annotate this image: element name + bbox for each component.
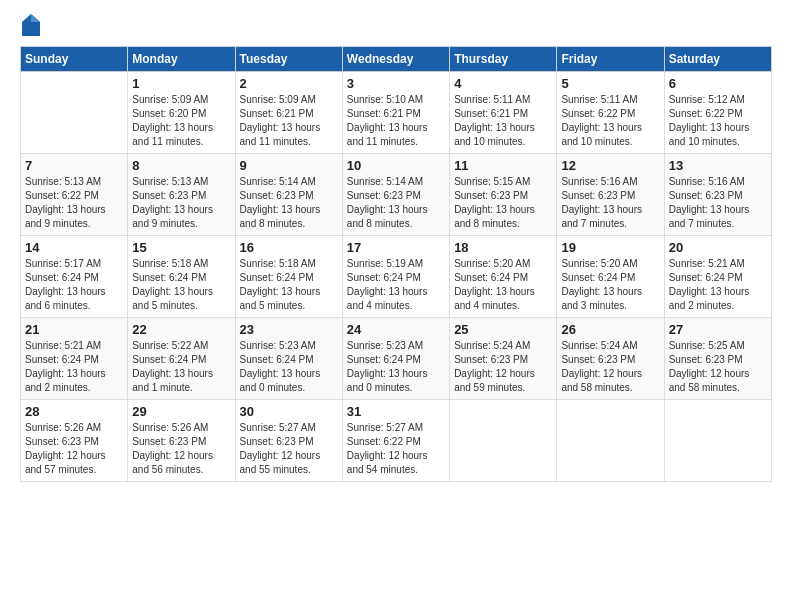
day-number: 16 [240,240,338,255]
day-cell: 28Sunrise: 5:26 AM Sunset: 6:23 PM Dayli… [21,400,128,482]
col-header-thursday: Thursday [450,47,557,72]
day-cell: 26Sunrise: 5:24 AM Sunset: 6:23 PM Dayli… [557,318,664,400]
logo [20,16,40,36]
day-cell [21,72,128,154]
day-cell: 20Sunrise: 5:21 AM Sunset: 6:24 PM Dayli… [664,236,771,318]
day-info: Sunrise: 5:16 AM Sunset: 6:23 PM Dayligh… [561,175,659,231]
day-cell: 12Sunrise: 5:16 AM Sunset: 6:23 PM Dayli… [557,154,664,236]
day-number: 4 [454,76,552,91]
day-cell: 21Sunrise: 5:21 AM Sunset: 6:24 PM Dayli… [21,318,128,400]
day-cell [664,400,771,482]
day-cell: 30Sunrise: 5:27 AM Sunset: 6:23 PM Dayli… [235,400,342,482]
col-header-monday: Monday [128,47,235,72]
day-info: Sunrise: 5:20 AM Sunset: 6:24 PM Dayligh… [454,257,552,313]
day-cell: 29Sunrise: 5:26 AM Sunset: 6:23 PM Dayli… [128,400,235,482]
day-number: 20 [669,240,767,255]
day-info: Sunrise: 5:21 AM Sunset: 6:24 PM Dayligh… [25,339,123,395]
logo-icon [22,14,40,36]
day-info: Sunrise: 5:19 AM Sunset: 6:24 PM Dayligh… [347,257,445,313]
day-info: Sunrise: 5:11 AM Sunset: 6:22 PM Dayligh… [561,93,659,149]
day-cell: 22Sunrise: 5:22 AM Sunset: 6:24 PM Dayli… [128,318,235,400]
col-header-sunday: Sunday [21,47,128,72]
day-info: Sunrise: 5:22 AM Sunset: 6:24 PM Dayligh… [132,339,230,395]
day-cell: 10Sunrise: 5:14 AM Sunset: 6:23 PM Dayli… [342,154,449,236]
day-cell: 9Sunrise: 5:14 AM Sunset: 6:23 PM Daylig… [235,154,342,236]
day-info: Sunrise: 5:16 AM Sunset: 6:23 PM Dayligh… [669,175,767,231]
day-number: 14 [25,240,123,255]
svg-marker-1 [31,14,40,22]
page: SundayMondayTuesdayWednesdayThursdayFrid… [0,0,792,492]
day-number: 12 [561,158,659,173]
day-number: 30 [240,404,338,419]
day-info: Sunrise: 5:27 AM Sunset: 6:22 PM Dayligh… [347,421,445,477]
day-info: Sunrise: 5:10 AM Sunset: 6:21 PM Dayligh… [347,93,445,149]
col-header-saturday: Saturday [664,47,771,72]
day-info: Sunrise: 5:26 AM Sunset: 6:23 PM Dayligh… [132,421,230,477]
day-cell: 24Sunrise: 5:23 AM Sunset: 6:24 PM Dayli… [342,318,449,400]
day-number: 24 [347,322,445,337]
col-header-friday: Friday [557,47,664,72]
day-cell: 19Sunrise: 5:20 AM Sunset: 6:24 PM Dayli… [557,236,664,318]
week-row-4: 21Sunrise: 5:21 AM Sunset: 6:24 PM Dayli… [21,318,772,400]
day-cell: 1Sunrise: 5:09 AM Sunset: 6:20 PM Daylig… [128,72,235,154]
day-cell: 15Sunrise: 5:18 AM Sunset: 6:24 PM Dayli… [128,236,235,318]
day-cell: 13Sunrise: 5:16 AM Sunset: 6:23 PM Dayli… [664,154,771,236]
week-row-3: 14Sunrise: 5:17 AM Sunset: 6:24 PM Dayli… [21,236,772,318]
day-cell: 3Sunrise: 5:10 AM Sunset: 6:21 PM Daylig… [342,72,449,154]
calendar-table: SundayMondayTuesdayWednesdayThursdayFrid… [20,46,772,482]
day-cell: 5Sunrise: 5:11 AM Sunset: 6:22 PM Daylig… [557,72,664,154]
day-number: 5 [561,76,659,91]
day-number: 17 [347,240,445,255]
day-number: 26 [561,322,659,337]
day-number: 13 [669,158,767,173]
day-number: 23 [240,322,338,337]
day-cell: 4Sunrise: 5:11 AM Sunset: 6:21 PM Daylig… [450,72,557,154]
day-number: 21 [25,322,123,337]
day-cell: 17Sunrise: 5:19 AM Sunset: 6:24 PM Dayli… [342,236,449,318]
week-row-5: 28Sunrise: 5:26 AM Sunset: 6:23 PM Dayli… [21,400,772,482]
day-cell: 31Sunrise: 5:27 AM Sunset: 6:22 PM Dayli… [342,400,449,482]
day-cell: 25Sunrise: 5:24 AM Sunset: 6:23 PM Dayli… [450,318,557,400]
week-row-1: 1Sunrise: 5:09 AM Sunset: 6:20 PM Daylig… [21,72,772,154]
week-row-2: 7Sunrise: 5:13 AM Sunset: 6:22 PM Daylig… [21,154,772,236]
header [20,16,772,36]
day-cell: 11Sunrise: 5:15 AM Sunset: 6:23 PM Dayli… [450,154,557,236]
col-header-wednesday: Wednesday [342,47,449,72]
day-cell: 14Sunrise: 5:17 AM Sunset: 6:24 PM Dayli… [21,236,128,318]
day-number: 6 [669,76,767,91]
day-info: Sunrise: 5:18 AM Sunset: 6:24 PM Dayligh… [240,257,338,313]
day-cell: 6Sunrise: 5:12 AM Sunset: 6:22 PM Daylig… [664,72,771,154]
day-cell: 23Sunrise: 5:23 AM Sunset: 6:24 PM Dayli… [235,318,342,400]
col-header-tuesday: Tuesday [235,47,342,72]
day-info: Sunrise: 5:25 AM Sunset: 6:23 PM Dayligh… [669,339,767,395]
day-number: 28 [25,404,123,419]
day-cell [450,400,557,482]
day-info: Sunrise: 5:24 AM Sunset: 6:23 PM Dayligh… [561,339,659,395]
day-info: Sunrise: 5:24 AM Sunset: 6:23 PM Dayligh… [454,339,552,395]
day-info: Sunrise: 5:23 AM Sunset: 6:24 PM Dayligh… [347,339,445,395]
day-info: Sunrise: 5:26 AM Sunset: 6:23 PM Dayligh… [25,421,123,477]
day-info: Sunrise: 5:09 AM Sunset: 6:20 PM Dayligh… [132,93,230,149]
day-info: Sunrise: 5:20 AM Sunset: 6:24 PM Dayligh… [561,257,659,313]
day-number: 7 [25,158,123,173]
day-number: 19 [561,240,659,255]
day-number: 25 [454,322,552,337]
day-info: Sunrise: 5:23 AM Sunset: 6:24 PM Dayligh… [240,339,338,395]
day-number: 10 [347,158,445,173]
day-number: 27 [669,322,767,337]
day-cell: 8Sunrise: 5:13 AM Sunset: 6:23 PM Daylig… [128,154,235,236]
day-info: Sunrise: 5:17 AM Sunset: 6:24 PM Dayligh… [25,257,123,313]
day-number: 8 [132,158,230,173]
day-cell [557,400,664,482]
day-info: Sunrise: 5:11 AM Sunset: 6:21 PM Dayligh… [454,93,552,149]
day-info: Sunrise: 5:12 AM Sunset: 6:22 PM Dayligh… [669,93,767,149]
day-info: Sunrise: 5:18 AM Sunset: 6:24 PM Dayligh… [132,257,230,313]
day-number: 15 [132,240,230,255]
day-number: 9 [240,158,338,173]
header-row: SundayMondayTuesdayWednesdayThursdayFrid… [21,47,772,72]
day-number: 1 [132,76,230,91]
day-number: 29 [132,404,230,419]
day-cell: 16Sunrise: 5:18 AM Sunset: 6:24 PM Dayli… [235,236,342,318]
day-number: 2 [240,76,338,91]
day-cell: 7Sunrise: 5:13 AM Sunset: 6:22 PM Daylig… [21,154,128,236]
